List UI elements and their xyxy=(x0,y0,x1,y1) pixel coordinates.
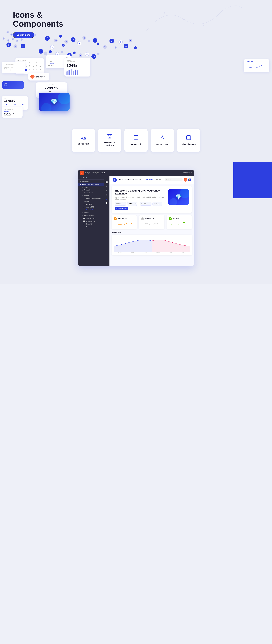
scatter-row3-11: ⊙ xyxy=(97,53,100,55)
icon-bar-hand[interactable]: ☰ xyxy=(106,198,108,200)
scatter-crypto-10: ▲ xyxy=(62,44,65,47)
exchange-coin2-input[interactable] xyxy=(140,202,152,206)
scatter-row3-6: ₿ xyxy=(67,53,72,58)
scatter-crypto-5: ⬡ xyxy=(54,39,58,42)
figma-tab-share[interactable]: Share xyxy=(101,172,105,174)
svg-text:0.0064: 0.0064 xyxy=(182,252,185,253)
svg-rect-15 xyxy=(134,138,136,140)
layer-bitcoin-home[interactable]: ▶ ▶ Bitcoin Home Screen Dashboard xyxy=(78,183,104,186)
layer-content-icon: T xyxy=(83,198,85,200)
svg-rect-22 xyxy=(189,136,190,137)
nav-wallet[interactable]: The Wallet xyxy=(146,178,153,181)
sidebar-home-icon[interactable]: ⌂ xyxy=(80,177,80,178)
scatter-crypto-1: ₿ xyxy=(6,42,11,47)
icon-bar-pen[interactable]: ✏ xyxy=(106,186,108,188)
sf-pro-title: SF Pro Font xyxy=(78,142,89,145)
scatter-crypto-9: ⊗ xyxy=(71,37,76,42)
btc-sparkline xyxy=(114,222,135,226)
layer-by[interactable]: T By xyxy=(82,226,104,228)
figma-tab-prototype[interactable]: Prototype xyxy=(92,172,99,174)
layer-all-icon: ≡ xyxy=(80,180,82,182)
figma-project-name: Crypto 1.0 ∨ xyxy=(183,172,192,174)
layer-litecoin[interactable]: ▷ Litecoin BTC xyxy=(82,206,104,208)
svg-rect-25 xyxy=(81,172,82,173)
icon-bar-move[interactable]: ↖ xyxy=(106,177,108,179)
crypto-dashboard-panel: ₿ Bitcoin Home Screen Dashboard The Wall… xyxy=(110,176,194,266)
icon-bar-comment[interactable]: 💬 xyxy=(106,202,108,204)
layer-all-items[interactable]: ≡ ≡ All Items xyxy=(78,180,104,183)
layer-search[interactable]: ▷ Search xyxy=(80,194,104,197)
layer-content[interactable]: T content_of_landing_somethy... xyxy=(82,197,104,200)
figma-tab-design[interactable]: Design xyxy=(85,172,90,174)
exchange-now-button[interactable]: Exchange Now xyxy=(114,207,128,210)
figma-tab-group: Design Prototype Share xyxy=(85,172,105,174)
big-value-card: Bitcoin BTC 7299.92 0BTC Your Balance$17… xyxy=(36,82,67,98)
ltc-trend-label: —— xyxy=(160,218,162,220)
dashboard-main: ⌂ ≡ ⊞ 🔍 ≡ ≡ All Items ▶ ▶ Bitcoin Home S… xyxy=(78,176,194,266)
scatter-icon-13: ◫ xyxy=(20,38,23,41)
layer-exchange[interactable]: ▷ Exchange Now xyxy=(80,214,104,217)
sidebar-search-icon[interactable]: 🔍 xyxy=(86,177,87,178)
vector-icons-badge[interactable]: Vector Icons xyxy=(13,32,34,38)
scatter-icon-12: ⬟ xyxy=(16,40,18,42)
scatter-crypto-8: ◆ xyxy=(64,40,68,44)
layer-group[interactable]: ▷ Group 427 xyxy=(82,222,104,226)
exchange-coin1-select[interactable]: BTC ∨ xyxy=(127,202,137,206)
scatter-icon-10: ⊙ xyxy=(7,39,10,42)
layer-message[interactable]: ▷ Message xyxy=(80,200,104,203)
ltc-sparkline xyxy=(141,222,162,226)
organized-title: Organized xyxy=(131,143,141,146)
svg-point-29 xyxy=(82,173,82,174)
layer-wallet[interactable]: ▷ The Wallet xyxy=(80,188,104,192)
svg-rect-16 xyxy=(136,138,138,140)
scatter-crypto-15: ◎ xyxy=(96,42,100,45)
crypto-hero-heading: The World's Leading Cryptocurrency Excha… xyxy=(114,189,166,195)
figma-logo xyxy=(80,171,84,175)
layer-depths[interactable]: ▷ Depths Chart xyxy=(80,192,104,194)
crypto-search-input[interactable] xyxy=(164,178,182,181)
ltc-icon: Ł xyxy=(141,217,144,220)
sidebar-layers-icon[interactable]: ≡ xyxy=(82,177,82,178)
svg-text:0.0060: 0.0060 xyxy=(169,252,172,253)
neo-name: Neo NEO xyxy=(173,218,180,220)
layer-bitcoin-btc[interactable]: ▷ Bitcoin BTC xyxy=(82,208,104,211)
crypto-search-area: 🔔 xyxy=(164,178,191,182)
sf-pro-icon: Aa xyxy=(81,136,86,140)
blue-3d-card: 💎 xyxy=(39,93,70,111)
exchange-coin1-input[interactable] xyxy=(114,202,126,206)
layer-by-icon: T xyxy=(83,226,85,228)
bitcoin-sparkline-card: ₿ Bitcoin BTC xyxy=(244,59,270,72)
neo-trend-label: —— xyxy=(188,218,190,220)
dashboard-screenshot: Design Prototype Share Crypto 1.0 ∨ ⌂ ≡ … xyxy=(78,170,194,266)
layer-list: ≡ ≡ All Items ▶ ▶ Bitcoin Home Screen Da… xyxy=(78,180,104,229)
layer-message-icon: ▷ xyxy=(82,200,84,202)
layer-btc-input[interactable]: ⬜ BTC Input Box xyxy=(82,220,104,222)
sidebar-components-icon[interactable]: ⊞ xyxy=(83,177,84,178)
coin-card-btc-header: ₿ Bitcoin BTC —— xyxy=(114,217,135,220)
scatter-crypto-19: ⊙ xyxy=(118,40,122,44)
icon-bar-text[interactable]: T xyxy=(106,190,107,192)
scatter-crypto-11: ⬢ xyxy=(77,41,82,45)
svg-rect-5 xyxy=(109,138,110,138)
scatter-row3-2: ⬡ xyxy=(44,52,48,55)
layer-trade[interactable]: ▷ Trade xyxy=(80,186,104,188)
figma-icon-bar: ↖ ⬜ ✏ T ⊞ ☰ 💬 xyxy=(104,176,110,266)
dashboard-title-label: Bitcoin Home Screen Dashboard xyxy=(119,179,141,180)
nav-reports[interactable]: Reports xyxy=(156,178,161,181)
layer-report[interactable]: ▷ Report xyxy=(80,211,104,214)
notification-icon[interactable]: 🔔 xyxy=(188,178,191,181)
crypto-brand-logo: ₿ xyxy=(112,178,117,182)
scatter-icon-11: ◇ xyxy=(12,38,14,40)
layer-usd-input[interactable]: ⬜ USD Input Box xyxy=(82,217,104,220)
hero-3d-graphic: 💎 xyxy=(175,194,182,200)
hero-content: Icons & Components Vector Icons xyxy=(0,10,272,38)
profile-card: Bessie E. Everett @bessie_everett xyxy=(28,73,49,80)
exchange-coin2-select[interactable]: USD ∨ xyxy=(152,202,162,206)
icon-bar-frame[interactable]: ⬜ xyxy=(106,181,108,184)
vector-icon xyxy=(160,135,164,141)
btc-trend-label: —— xyxy=(132,218,135,220)
vector-title: Vector Based xyxy=(156,143,168,146)
layer-neo[interactable]: ▷ Neo NEO xyxy=(82,203,104,206)
icon-bar-components[interactable]: ⊞ xyxy=(106,194,108,196)
scatter-row3-7: ▲ xyxy=(73,52,76,54)
